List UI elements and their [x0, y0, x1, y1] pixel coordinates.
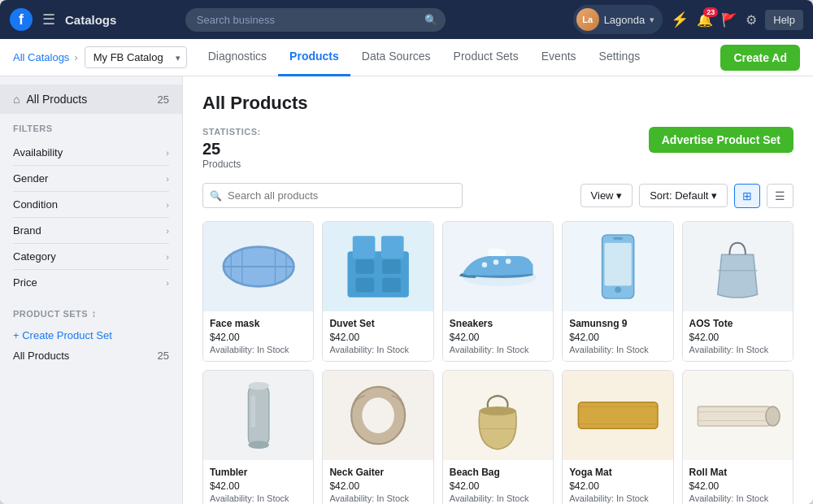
- product-name: Samunsng 9: [569, 318, 666, 329]
- stats-block: STATISTICS: 25 Products: [202, 127, 261, 170]
- product-image: [443, 222, 553, 311]
- search-icon: 🔍: [210, 190, 222, 202]
- product-info: AOS Tote $42.00 Availability: In Stock: [683, 311, 793, 361]
- svg-point-24: [248, 441, 268, 449]
- product-search-input[interactable]: [202, 183, 463, 208]
- global-search-input[interactable]: [185, 8, 446, 32]
- notifications-icon[interactable]: 🔔 23: [697, 12, 713, 28]
- sidebar-all-products[interactable]: ⌂ All Products 25: [0, 85, 182, 114]
- create-ad-button[interactable]: Create Ad: [720, 45, 800, 71]
- product-price: $42.00: [450, 480, 546, 492]
- notification-badge: 23: [703, 7, 718, 17]
- tab-data-sources[interactable]: Data Sources: [350, 39, 442, 76]
- global-search: 🔍: [185, 8, 446, 32]
- product-card[interactable]: Face mask $42.00 Availability: In Stock: [202, 221, 314, 362]
- svg-rect-11: [355, 278, 374, 293]
- svg-point-27: [362, 398, 394, 433]
- product-price: $42.00: [329, 332, 426, 343]
- user-dropdown-icon: ▾: [650, 15, 654, 25]
- product-card[interactable]: Yoga Mat $42.00 Availability: In Stock: [562, 370, 673, 504]
- product-image: [203, 371, 313, 460]
- filters-title: FILTERS: [13, 124, 169, 133]
- create-product-set-link[interactable]: + Create Product Set: [13, 326, 169, 345]
- filter-availability[interactable]: Availability ›: [13, 140, 169, 166]
- svg-rect-9: [355, 259, 374, 274]
- product-price: $42.00: [689, 480, 786, 492]
- list-view-button[interactable]: ☰: [767, 184, 793, 208]
- product-name: Roll Mat: [689, 467, 786, 478]
- svg-point-23: [248, 382, 268, 390]
- search-icon: 🔍: [424, 14, 437, 26]
- breadcrumb-arrow-icon: ›: [74, 51, 77, 63]
- filter-gender[interactable]: Gender ›: [13, 166, 169, 192]
- advertise-product-set-button[interactable]: Advertise Product Set: [649, 127, 793, 153]
- filter-brand[interactable]: Brand ›: [13, 218, 169, 244]
- activity-icon[interactable]: ⚡: [671, 11, 689, 28]
- product-card[interactable]: Roll Mat $42.00 Availability: In Stock: [682, 370, 793, 504]
- product-availability: Availability: In Stock: [210, 345, 307, 354]
- svg-rect-12: [382, 278, 401, 293]
- product-price: $42.00: [689, 332, 786, 343]
- tab-diagnostics[interactable]: Diagnostics: [197, 39, 278, 76]
- filter-price[interactable]: Price ›: [13, 270, 169, 295]
- filter-category[interactable]: Category ›: [13, 244, 169, 270]
- product-info: Tumbler $42.00 Availability: In Stock: [203, 460, 313, 504]
- product-card[interactable]: Neck Gaiter $42.00 Availability: In Stoc…: [322, 370, 433, 504]
- product-availability: Availability: In Stock: [450, 493, 546, 503]
- product-price: $42.00: [450, 332, 546, 343]
- sort-button[interactable]: Sort: Default ▾: [639, 184, 728, 207]
- view-button[interactable]: View ▾: [580, 184, 633, 207]
- page-title: All Products: [202, 93, 793, 114]
- svg-rect-33: [698, 406, 771, 426]
- svg-point-16: [506, 259, 511, 263]
- set-all-products[interactable]: All Products 25: [13, 345, 169, 367]
- product-image: [203, 222, 313, 311]
- tab-events[interactable]: Events: [530, 39, 588, 76]
- grid-view-button[interactable]: ⊞: [734, 184, 760, 208]
- catalog-selector[interactable]: My FB Catalog: [85, 46, 187, 68]
- app-name: Catalogs: [65, 13, 116, 27]
- product-card[interactable]: Duvet Set $42.00 Availability: In Stock: [322, 221, 433, 362]
- product-image: [323, 371, 433, 460]
- product-image: [683, 371, 793, 460]
- product-image: [563, 222, 672, 311]
- product-card[interactable]: Sneakers $42.00 Availability: In Stock: [442, 221, 554, 362]
- catalog-dropdown[interactable]: My FB Catalog: [85, 46, 187, 68]
- product-availability: Availability: In Stock: [569, 345, 666, 354]
- product-price: $42.00: [569, 332, 666, 343]
- hamburger-icon[interactable]: ☰: [42, 11, 55, 28]
- stats-sublabel: Products: [202, 159, 261, 170]
- home-icon: ⌂: [13, 93, 20, 106]
- product-image: [563, 371, 672, 460]
- user-menu[interactable]: La Lagonda ▾: [573, 5, 663, 34]
- product-availability: Availability: In Stock: [450, 345, 546, 354]
- product-card[interactable]: AOS Tote $42.00 Availability: In Stock: [682, 221, 793, 362]
- product-card[interactable]: Samunsng 9 $42.00 Availability: In Stock: [562, 221, 673, 362]
- product-info: Yoga Mat $42.00 Availability: In Stock: [563, 460, 672, 504]
- tab-product-sets[interactable]: Product Sets: [442, 39, 530, 76]
- help-button[interactable]: Help: [765, 10, 803, 30]
- product-availability: Availability: In Stock: [329, 493, 426, 503]
- sort-icon: ↕: [91, 308, 97, 319]
- filter-arrow-icon: ›: [166, 252, 169, 262]
- product-sets-section: PRODUCT SETS ↕ + Create Product Set All …: [0, 298, 182, 370]
- svg-rect-18: [604, 243, 631, 286]
- tab-settings[interactable]: Settings: [588, 39, 652, 76]
- product-card[interactable]: Beach Bag $42.00 Availability: In Stock: [442, 370, 554, 504]
- view-sort-controls: View ▾ Sort: Default ▾ ⊞ ☰: [580, 184, 793, 208]
- filter-condition[interactable]: Condition ›: [13, 192, 169, 218]
- content-area: All Products STATISTICS: 25 Products Adv…: [183, 76, 813, 504]
- product-name: Face mask: [210, 318, 307, 329]
- filter-arrow-icon: ›: [166, 148, 169, 158]
- tab-products[interactable]: Products: [278, 39, 350, 76]
- product-name: Beach Bag: [450, 467, 546, 478]
- product-card[interactable]: Tumbler $42.00 Availability: In Stock: [202, 370, 314, 504]
- svg-point-19: [615, 286, 621, 293]
- svg-point-14: [482, 263, 487, 267]
- product-name: AOS Tote: [689, 318, 786, 329]
- top-navigation: f ☰ Catalogs 🔍 La Lagonda ▾ ⚡ 🔔 23 🚩 ⚙ H…: [0, 0, 813, 39]
- breadcrumb[interactable]: All Catalogs ›: [13, 51, 78, 63]
- flag-icon[interactable]: 🚩: [721, 12, 737, 28]
- all-products-count: 25: [158, 93, 169, 106]
- settings-icon[interactable]: ⚙: [746, 12, 757, 28]
